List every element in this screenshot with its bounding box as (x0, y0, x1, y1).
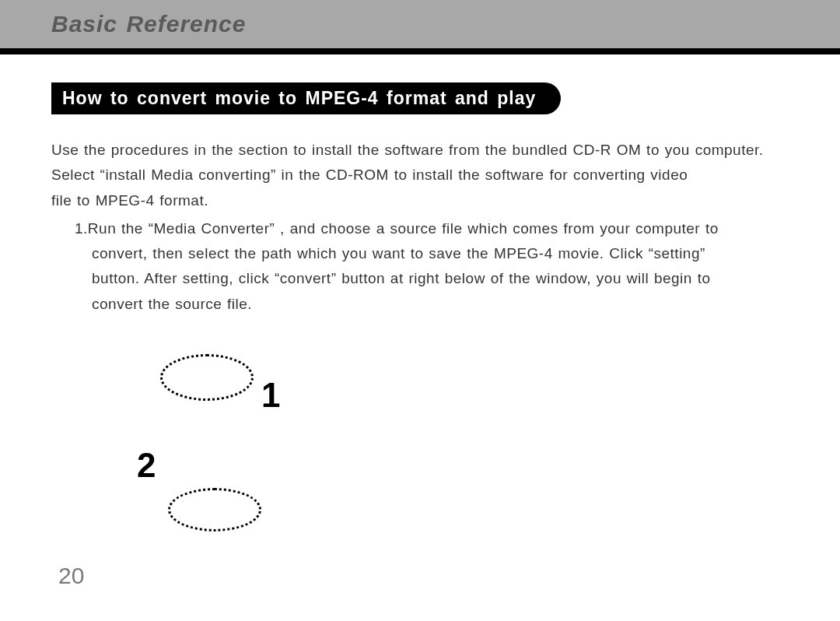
page-number: 20 (58, 563, 84, 589)
numbered-list: 1.Run the “Media Converter” , and choose… (51, 216, 789, 317)
callout-number-2: 2 (137, 446, 156, 485)
callout-diagram: 1 2 (152, 354, 789, 556)
header-title: Basic Reference (0, 11, 246, 37)
dotted-ellipse-1 (160, 354, 254, 401)
intro-text: Use the procedures in the section to ins… (51, 138, 789, 213)
step-cont-3: convert the source file. (75, 292, 789, 317)
header-band: Basic Reference (0, 0, 840, 48)
page-number-block: 20 (51, 560, 84, 591)
content-area: How to convert movie to MPEG-4 format an… (0, 54, 840, 556)
step-first-line: Run the “Media Converter” , and choose a… (88, 220, 719, 237)
section-heading: How to convert movie to MPEG-4 format an… (51, 82, 561, 114)
callout-number-1: 1 (261, 376, 280, 415)
intro-line-2: Select “install Media converting” in the… (51, 167, 688, 183)
dotted-ellipse-2 (168, 488, 261, 532)
step-cont-2: button. After setting, click “convert” b… (75, 266, 789, 291)
intro-line-3: file to MPEG-4 format. (51, 192, 208, 209)
step-cont-1: convert, then select the path which you … (75, 241, 789, 266)
intro-line-1: Use the procedures in the section to ins… (51, 142, 764, 158)
step-number: 1. (75, 220, 88, 237)
header-rule (0, 48, 840, 54)
